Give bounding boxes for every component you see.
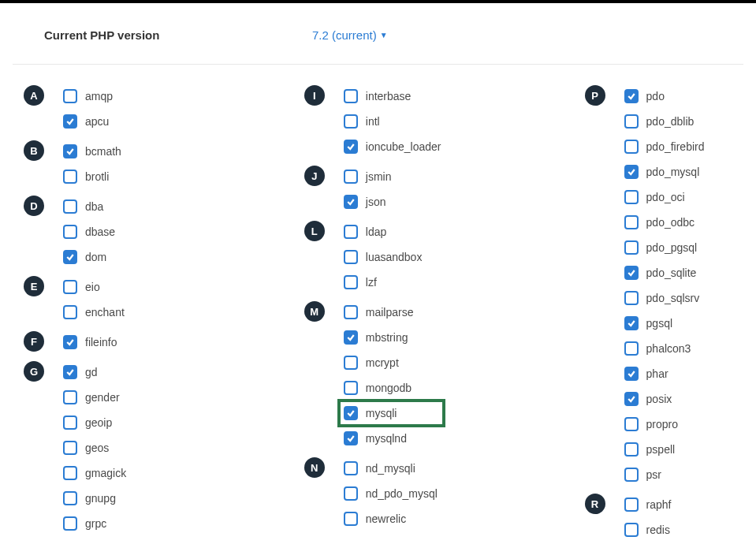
extension-item-fileinfo[interactable]: fileinfo: [63, 330, 117, 355]
extension-item-amqp[interactable]: amqp: [63, 84, 113, 109]
extension-checkbox[interactable]: [63, 441, 77, 455]
extension-item-pdo[interactable]: pdo: [624, 84, 705, 109]
extension-checkbox[interactable]: [624, 165, 639, 179]
extension-item-posix[interactable]: posix: [624, 386, 705, 412]
extension-item-enchant[interactable]: enchant: [63, 300, 125, 325]
extension-item-phalcon3[interactable]: phalcon3: [624, 336, 705, 361]
extension-checkbox[interactable]: [624, 468, 639, 482]
extension-item-pdo-dblib[interactable]: pdo_dblib: [624, 109, 705, 134]
extension-item-mbstring[interactable]: mbstring: [344, 325, 445, 350]
extension-checkbox[interactable]: [624, 266, 639, 280]
extension-checkbox[interactable]: [63, 390, 77, 404]
extension-checkbox[interactable]: [63, 335, 77, 349]
extension-checkbox[interactable]: [344, 356, 358, 370]
extension-item-psr[interactable]: psr: [624, 462, 705, 487]
extension-item-grpc[interactable]: grpc: [63, 511, 126, 536]
extension-item-dba[interactable]: dba: [63, 194, 115, 219]
extension-item-geos[interactable]: geos: [63, 435, 126, 460]
extension-checkbox[interactable]: [624, 190, 639, 204]
extension-checkbox[interactable]: [63, 199, 77, 214]
extension-checkbox[interactable]: [624, 215, 639, 229]
extension-checkbox[interactable]: [624, 89, 639, 103]
extension-item-bcmath[interactable]: bcmath: [63, 139, 121, 164]
extension-item-intl[interactable]: intl: [344, 109, 441, 134]
extension-item-brotli[interactable]: brotli: [63, 164, 121, 189]
extension-checkbox[interactable]: [344, 89, 358, 103]
extension-checkbox[interactable]: [344, 330, 358, 345]
extension-item-phar[interactable]: phar: [624, 361, 705, 386]
extension-item-mysqli[interactable]: mysqli: [339, 401, 445, 426]
extension-checkbox[interactable]: [624, 316, 639, 330]
extension-checkbox[interactable]: [344, 381, 358, 395]
extension-item-newrelic[interactable]: newrelic: [344, 506, 438, 531]
extension-checkbox[interactable]: [63, 280, 77, 294]
extension-checkbox[interactable]: [344, 170, 358, 184]
extension-item-gmagick[interactable]: gmagick: [63, 460, 126, 486]
extension-checkbox[interactable]: [344, 461, 358, 475]
extension-item-nd-mysqli[interactable]: nd_mysqli: [344, 456, 438, 481]
extension-item-mailparse[interactable]: mailparse: [344, 300, 445, 325]
extension-item-ioncube-loader[interactable]: ioncube_loader: [344, 134, 441, 159]
extension-checkbox[interactable]: [344, 512, 358, 526]
extension-item-pdo-odbc[interactable]: pdo_odbc: [624, 210, 705, 235]
extension-checkbox[interactable]: [624, 341, 639, 356]
extension-checkbox[interactable]: [344, 195, 358, 209]
extension-item-redis[interactable]: redis: [624, 517, 672, 542]
extension-item-mysqlnd[interactable]: mysqlnd: [344, 426, 445, 451]
extension-checkbox[interactable]: [63, 250, 77, 264]
extension-item-raphf[interactable]: raphf: [624, 492, 672, 517]
extension-checkbox[interactable]: [63, 491, 77, 505]
extension-checkbox[interactable]: [344, 275, 358, 289]
extension-item-apcu[interactable]: apcu: [63, 109, 113, 134]
extension-item-propro[interactable]: propro: [624, 412, 705, 437]
extension-checkbox[interactable]: [344, 305, 358, 319]
extension-item-gd[interactable]: gd: [63, 360, 126, 385]
extension-checkbox[interactable]: [624, 392, 639, 406]
extension-item-geoip[interactable]: geoip: [63, 410, 126, 435]
extension-checkbox[interactable]: [624, 417, 639, 431]
extension-checkbox[interactable]: [63, 365, 77, 379]
extension-item-eio[interactable]: eio: [63, 274, 125, 300]
extension-checkbox[interactable]: [624, 442, 639, 457]
extension-item-dom[interactable]: dom: [63, 244, 115, 270]
extension-checkbox[interactable]: [63, 170, 77, 184]
extension-checkbox[interactable]: [63, 114, 77, 129]
extension-item-dbase[interactable]: dbase: [63, 219, 115, 244]
extension-checkbox[interactable]: [63, 516, 77, 531]
extension-item-ldap[interactable]: ldap: [344, 219, 423, 244]
extension-item-pdo-mysql[interactable]: pdo_mysql: [624, 159, 705, 184]
extension-item-pdo-sqlite[interactable]: pdo_sqlite: [624, 260, 705, 285]
extension-item-gnupg[interactable]: gnupg: [63, 486, 126, 511]
extension-checkbox[interactable]: [63, 144, 77, 158]
extension-checkbox[interactable]: [344, 486, 358, 501]
extension-checkbox[interactable]: [624, 498, 639, 512]
extension-item-jsmin[interactable]: jsmin: [344, 164, 392, 189]
extension-item-luasandbox[interactable]: luasandbox: [344, 244, 423, 270]
extension-checkbox[interactable]: [63, 89, 77, 103]
extension-checkbox[interactable]: [344, 140, 358, 154]
extension-checkbox[interactable]: [344, 114, 358, 129]
extension-item-interbase[interactable]: interbase: [344, 84, 441, 109]
extension-checkbox[interactable]: [624, 240, 639, 255]
extension-checkbox[interactable]: [624, 367, 639, 381]
extension-checkbox[interactable]: [63, 416, 77, 430]
extension-item-pdo-firebird[interactable]: pdo_firebird: [624, 134, 705, 159]
extension-checkbox[interactable]: [63, 305, 77, 319]
extension-checkbox[interactable]: [344, 225, 358, 239]
extension-checkbox[interactable]: [63, 466, 77, 480]
extension-item-lzf[interactable]: lzf: [344, 270, 423, 295]
extension-item-mongodb[interactable]: mongodb: [344, 375, 445, 401]
extension-checkbox[interactable]: [624, 140, 639, 154]
extension-checkbox[interactable]: [344, 250, 358, 264]
extension-item-json[interactable]: json: [344, 189, 392, 214]
extension-item-pdo-sqlsrv[interactable]: pdo_sqlsrv: [624, 285, 705, 311]
php-version-dropdown[interactable]: 7.2 (current) ▼: [312, 28, 388, 42]
extension-item-pdo-pgsql[interactable]: pdo_pgsql: [624, 235, 705, 260]
extension-checkbox[interactable]: [344, 406, 358, 420]
extension-checkbox[interactable]: [624, 114, 639, 129]
extension-item-gender[interactable]: gender: [63, 385, 126, 410]
extension-item-pspell[interactable]: pspell: [624, 437, 705, 462]
extension-item-nd-pdo-mysql[interactable]: nd_pdo_mysql: [344, 481, 438, 506]
extension-checkbox[interactable]: [624, 291, 639, 305]
extension-checkbox[interactable]: [344, 431, 358, 445]
